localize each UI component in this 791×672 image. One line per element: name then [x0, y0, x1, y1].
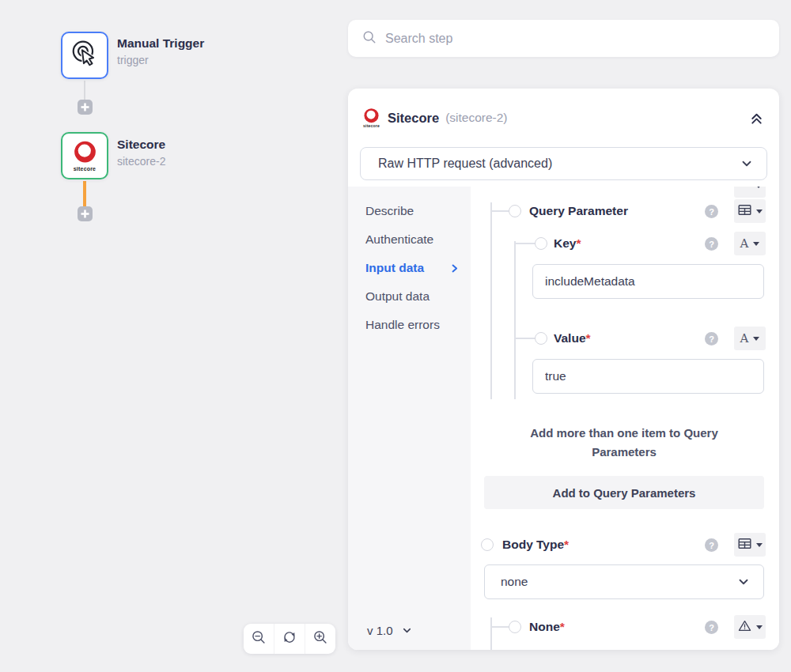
input-data-form[interactable]: Query Parameter ? [471, 187, 779, 650]
help-icon[interactable]: ? [705, 237, 718, 251]
query-parameter-label: Query Parameter [529, 204, 628, 218]
panel-sidebar: Describe Authenticate Input data Output … [348, 187, 471, 650]
field-type-table-button[interactable] [734, 533, 766, 557]
refresh-icon [282, 629, 297, 648]
chevron-down-icon [740, 157, 754, 171]
query-parameter-radio[interactable] [509, 205, 521, 217]
sitecore-node[interactable]: sitecore [61, 132, 108, 179]
value-label: Value* [554, 331, 591, 345]
text-type-icon: A [740, 236, 749, 251]
help-icon[interactable]: ? [705, 621, 718, 634]
sitecore-logo-icon: sitecore [363, 108, 380, 128]
tree-guide [490, 202, 492, 399]
caret-down-icon [755, 187, 762, 188]
help-icon[interactable]: ? [705, 538, 718, 552]
none-label: None* [529, 620, 565, 634]
operation-selected-value: Raw HTTP request (advanced) [378, 157, 552, 171]
panel-title: Sitecore [388, 111, 439, 126]
node-subtitle: trigger [117, 54, 149, 66]
canvas-zoom-toolbar [244, 624, 335, 654]
connector-line [84, 81, 85, 100]
table-icon [738, 538, 751, 553]
icon-button-partial[interactable] [734, 187, 766, 198]
plus-icon [81, 207, 89, 221]
search-step-input[interactable] [385, 32, 765, 46]
manual-trigger-node[interactable] [61, 32, 108, 79]
workflow-builder: Manual Trigger trigger sitecore Sitecore… [0, 0, 791, 672]
tab-describe[interactable]: Describe [348, 197, 471, 225]
tree-tick [514, 338, 535, 339]
panel-header: sitecore Sitecore (sitecore-2) [348, 89, 779, 147]
add-step-button[interactable] [78, 100, 93, 115]
zoom-in-button[interactable] [305, 624, 335, 654]
chevron-down-icon [401, 625, 413, 636]
key-input[interactable] [532, 264, 764, 299]
tree-guide [490, 617, 492, 650]
tab-output-data[interactable]: Output data [348, 282, 471, 311]
tab-handle-errors[interactable]: Handle errors [348, 311, 471, 339]
help-icon[interactable]: ? [705, 332, 718, 345]
chevron-right-icon [449, 263, 460, 274]
none-radio[interactable] [509, 621, 521, 633]
text-type-icon: A [740, 331, 749, 345]
tree-tick [490, 210, 509, 212]
manual-trigger-icon [70, 39, 100, 72]
search-icon [362, 30, 377, 47]
body-type-radio[interactable] [481, 538, 494, 551]
zoom-reset-button[interactable] [274, 624, 305, 654]
body-type-selected-value: none [501, 575, 528, 589]
version-selector[interactable]: v 1.0 [367, 624, 413, 637]
body-type-select[interactable]: none [484, 564, 764, 599]
caret-down-icon [753, 337, 759, 341]
value-input[interactable] [532, 359, 764, 394]
node-title: Manual Trigger [117, 36, 204, 51]
add-step-button[interactable] [78, 206, 93, 221]
zoom-out-icon [251, 629, 267, 648]
sitecore-logo-icon [73, 140, 97, 168]
key-radio[interactable] [535, 237, 547, 250]
field-type-table-button[interactable] [734, 199, 766, 223]
tree-guide [514, 241, 516, 399]
connector-line-orange [83, 181, 86, 207]
field-type-text-button[interactable]: A [734, 232, 766, 255]
plus-icon [81, 100, 89, 115]
add-more-hint-text: Add more than one item to Query Paramete… [505, 424, 743, 462]
body-type-label: Body Type* [502, 538, 569, 552]
sitecore-logo-text: sitecore [74, 166, 96, 172]
tree-tick [490, 626, 509, 628]
caret-down-icon [753, 242, 759, 246]
add-to-query-parameters-button[interactable]: Add to Query Parameters [484, 476, 764, 509]
tree-tick [514, 243, 535, 244]
chevron-down-icon [736, 575, 751, 589]
collapse-panel-button[interactable] [749, 111, 764, 126]
panel-instance-name: (sitecore-2) [445, 111, 507, 125]
step-properties-panel: sitecore Sitecore (sitecore-2) Raw HTTP … [348, 89, 779, 650]
zoom-out-button[interactable] [244, 624, 274, 654]
sitecore-logo-text: sitecore [363, 123, 380, 128]
node-title: Sitecore [117, 138, 165, 152]
table-icon [738, 204, 751, 219]
caret-down-icon [756, 625, 763, 629]
tab-input-data[interactable]: Input data [348, 254, 471, 282]
node-subtitle: sitecore-2 [117, 155, 165, 168]
field-type-text-button[interactable]: A [734, 327, 766, 350]
key-label: Key* [554, 236, 581, 251]
field-type-warning-button[interactable] [734, 615, 766, 639]
value-radio[interactable] [535, 332, 547, 345]
panel-content: Describe Authenticate Input data Output … [348, 187, 779, 650]
caret-down-icon [756, 543, 763, 547]
zoom-in-icon [312, 629, 328, 648]
tab-authenticate[interactable]: Authenticate [348, 225, 471, 254]
caret-down-icon [756, 210, 763, 213]
warning-icon [738, 620, 751, 635]
help-icon[interactable]: ? [705, 205, 718, 218]
operation-select[interactable]: Raw HTTP request (advanced) [360, 147, 767, 180]
search-step-bar[interactable] [348, 20, 779, 57]
double-chevron-up-icon [749, 111, 764, 126]
